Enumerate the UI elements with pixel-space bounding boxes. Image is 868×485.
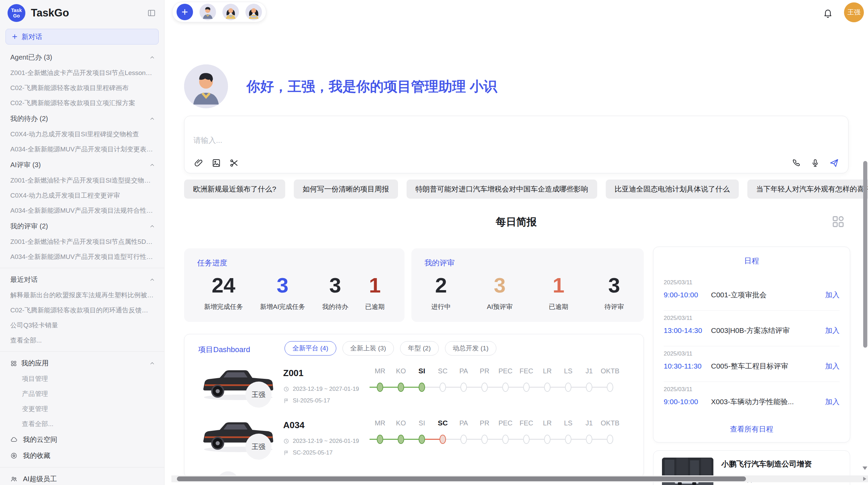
- milestone[interactable]: LR: [537, 365, 558, 394]
- sidebar-task-item[interactable]: C02-飞腾新能源轻客改款项目立项汇报方案: [0, 96, 164, 111]
- recent-chat-item[interactable]: C02-飞腾新能源轻客改款项目的闭环通告反馈情况: [0, 303, 164, 318]
- milestone[interactable]: LS: [558, 417, 579, 446]
- milestone[interactable]: PEC: [495, 417, 516, 446]
- dashboard-filter-chip[interactable]: 年型 (2): [400, 341, 439, 356]
- milestone-dot: [607, 383, 613, 392]
- schedule-entry-row: 9:00-10:00 C001-立项审批会 加入: [664, 290, 840, 300]
- sidebar-item-ai-super-staff[interactable]: AI超级员工: [0, 471, 164, 485]
- milestone[interactable]: J1: [579, 365, 600, 394]
- milestone[interactable]: PR: [474, 417, 495, 446]
- milestone[interactable]: FEC: [516, 417, 537, 446]
- sidebar-section-my-apps[interactable]: 我的应用: [0, 355, 164, 371]
- send-button[interactable]: [829, 158, 839, 168]
- dashboard-filter-chip[interactable]: 全新平台 (4): [285, 341, 336, 356]
- milestone[interactable]: SI: [411, 417, 432, 446]
- schedule-time: 9:00-10:00: [664, 291, 711, 299]
- new-session-button[interactable]: [177, 4, 193, 20]
- suggestion-chip[interactable]: 如何写一份清晰的项目周报: [294, 179, 398, 199]
- milestone[interactable]: PEC: [495, 365, 516, 394]
- milestone[interactable]: PA: [453, 417, 474, 446]
- milestone[interactable]: SI: [411, 365, 432, 394]
- star-circle-icon: [10, 452, 17, 459]
- recent-chat-item[interactable]: 公司Q3轻卡销量: [0, 318, 164, 333]
- dashboard-filter-chip[interactable]: 全新上装 (3): [342, 341, 394, 356]
- stat: 24 新增完成任务: [204, 273, 243, 311]
- milestone[interactable]: FEC: [516, 365, 537, 394]
- sidebar-task-item[interactable]: C02-飞腾新能源轻客改款项目里程碑画布: [0, 80, 164, 96]
- session-avatar-3[interactable]: [245, 4, 262, 20]
- join-meeting-link[interactable]: 加入: [825, 397, 840, 407]
- sidebar-section-ai-review[interactable]: AI评审 (3): [0, 157, 164, 173]
- sidebar-section-my-todo[interactable]: 我的待办 (2): [0, 111, 164, 127]
- milestone[interactable]: KO: [390, 365, 411, 394]
- recent-chat-item[interactable]: 解释最新出台的欧盟报废车法规再生塑料比例被调至15%...: [0, 288, 164, 303]
- my-apps-view-all[interactable]: 查看全部...: [0, 416, 164, 432]
- user-avatar[interactable]: 王强: [844, 2, 864, 22]
- sidebar-collapse-button[interactable]: [146, 7, 157, 19]
- dashboard-filter-chip[interactable]: 动总开发 (1): [445, 341, 497, 356]
- project-row[interactable]: 王强 A034 2023-12-19 ~ 2026-01-19 SC-2025-…: [184, 413, 643, 465]
- milestone[interactable]: OKTB: [600, 417, 620, 446]
- milestone[interactable]: OKTB: [600, 365, 620, 394]
- voice-call-button[interactable]: [792, 158, 801, 168]
- project-row[interactable]: 王强 Z001 2023-12-19 ~ 2027-01-19 SI-2025-…: [184, 361, 643, 413]
- horizontal-scrollbar[interactable]: [171, 475, 868, 482]
- milestone[interactable]: MR: [370, 365, 390, 394]
- notifications-button[interactable]: [823, 8, 833, 18]
- suggestion-chip[interactable]: 欧洲新规最近颁布了什么?: [184, 179, 285, 199]
- sidebar-task-item[interactable]: Z001-全新燃油轻卡产品开发项目SI造型提交物评审: [0, 173, 164, 188]
- horizontal-scrollbar-thumb[interactable]: [177, 476, 746, 481]
- sidebar-section-agent-done[interactable]: Agent已办 (3): [0, 49, 164, 65]
- sidebar-task-item[interactable]: A034-全新新能源MUV产品开发项目计划变更表编写: [0, 142, 164, 157]
- sidebar-task-item[interactable]: Z001-全新燃油皮卡产品开发项目SI节点Lesson Learn报告: [0, 65, 164, 80]
- milestone[interactable]: PA: [453, 365, 474, 394]
- sidebar-task-item[interactable]: A034-全新新能源MUV产品开发项目法规符合性评审: [0, 203, 164, 218]
- sidebar-section-my-review[interactable]: 我的评审 (2): [0, 218, 164, 234]
- join-meeting-link[interactable]: 加入: [825, 290, 840, 300]
- sidebar-task-item[interactable]: C0X4-动力总成开发项目SI里程碑提交物检查: [0, 127, 164, 142]
- milestone-label: PEC: [498, 365, 513, 377]
- sidebar-item-favorites[interactable]: 我的收藏: [0, 448, 164, 464]
- milestone[interactable]: SC: [432, 417, 453, 446]
- sidebar-item-cloud-space[interactable]: 我的云空间: [0, 432, 164, 448]
- grid-icon: [830, 214, 846, 229]
- brief-layout-button[interactable]: [830, 214, 846, 229]
- session-avatar-1[interactable]: [200, 4, 216, 20]
- milestone[interactable]: LR: [537, 417, 558, 446]
- milestone[interactable]: LS: [558, 365, 579, 394]
- join-meeting-link[interactable]: 加入: [825, 326, 840, 335]
- new-chat-button[interactable]: 新对话: [5, 29, 159, 45]
- session-avatar-2[interactable]: [222, 4, 239, 20]
- insert-image-button[interactable]: [211, 158, 221, 168]
- screenshot-button[interactable]: [229, 158, 239, 168]
- milestone[interactable]: MR: [370, 417, 390, 446]
- suggestion-chip[interactable]: 比亚迪全固态电池计划具体说了什么: [606, 179, 739, 199]
- sidebar-task-item[interactable]: A034-全新新能源MUV产品开发项目造型可行性评审: [0, 249, 164, 264]
- sidebar-task-item[interactable]: C0X4-动力总成开发项目工程变更评审: [0, 188, 164, 203]
- milestone-label: PEC: [498, 417, 513, 429]
- scroll-right-arrow[interactable]: [863, 477, 866, 481]
- milestone[interactable]: PR: [474, 365, 495, 394]
- sidebar-task-item[interactable]: Z001-全新燃油轻卡产品开发项目SI节点属性5D文件评审: [0, 234, 164, 249]
- scroll-down-arrow[interactable]: [863, 467, 867, 470]
- chat-input[interactable]: [193, 136, 673, 145]
- join-meeting-link[interactable]: 加入: [825, 361, 840, 371]
- sidebar-scroll-area: Agent已办 (3) Z001-全新燃油皮卡产品开发项目SI节点Lesson …: [0, 49, 164, 485]
- stat-label: 待评审: [604, 302, 624, 311]
- view-all-schedule-link[interactable]: 查看所有日程: [653, 424, 850, 434]
- vertical-scrollbar-thumb[interactable]: [863, 161, 867, 348]
- milestone[interactable]: SC: [432, 365, 453, 394]
- app-link-item[interactable]: 产品管理: [0, 386, 164, 401]
- attach-button[interactable]: [193, 158, 204, 168]
- recent-chats-view-all[interactable]: 查看全部...: [0, 333, 164, 348]
- milestone-connector: [600, 387, 607, 388]
- stat-value: 1: [549, 273, 568, 298]
- app-link-item[interactable]: 项目管理: [0, 371, 164, 386]
- milestone[interactable]: J1: [579, 417, 600, 446]
- milestone[interactable]: KO: [390, 417, 411, 446]
- app-link-item[interactable]: 变更管理: [0, 401, 164, 416]
- microphone-button[interactable]: [810, 158, 820, 168]
- suggestion-chip[interactable]: 特朗普可能对进口汽车增税会对中国车企造成哪些影响: [407, 179, 597, 199]
- sidebar-section-recent-chats[interactable]: 最近对话: [0, 272, 164, 288]
- suggestion-chip[interactable]: 当下年轻人对汽车外观有怎样的喜好趋势: [747, 179, 868, 199]
